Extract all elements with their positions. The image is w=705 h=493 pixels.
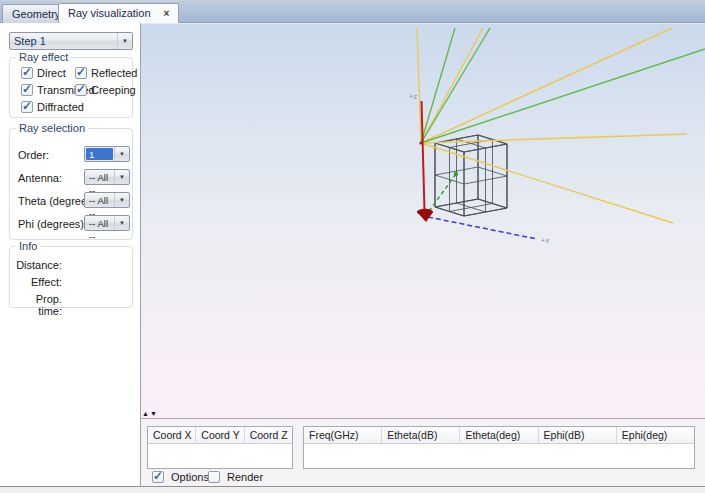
column-header-freq[interactable]: Freq(GHz): [304, 427, 382, 443]
chevron-down-icon: ▼: [114, 147, 129, 161]
distance-label: Distance:: [12, 259, 62, 271]
checkbox-icon: ✓: [21, 67, 33, 79]
options-label: Options: [171, 471, 209, 483]
checkbox-icon: ✓: [21, 101, 33, 113]
field-values-table-body[interactable]: [304, 444, 694, 468]
tab-geometry-label: Geometry: [12, 8, 60, 20]
tab-bar: Geometry Ray visualization ×: [0, 1, 705, 23]
render-checkbox[interactable]: Render: [208, 471, 263, 485]
order-label: Order:: [18, 149, 49, 161]
ray-effect-group: Ray effect ✓Direct ✓Reflected ✓Transmitt…: [9, 57, 133, 118]
checkbox-icon: ✓: [152, 471, 164, 483]
options-checkbox[interactable]: ✓ Options: [152, 471, 209, 485]
splitter-collapse-arrows[interactable]: ▲▼: [142, 410, 158, 417]
results-panel: Coord X Coord Y Coord Z Freq(GHz) Etheta…: [141, 418, 705, 487]
z-axis-label: +z: [409, 92, 417, 101]
chevron-down-icon: ▼: [114, 170, 129, 184]
field-values-table-header: Freq(GHz) Etheta(dB) Etheta(deg) Ephi(dB…: [304, 427, 694, 444]
column-header-coord-x[interactable]: Coord X: [148, 427, 196, 443]
chevron-down-icon: ▼: [117, 33, 132, 49]
tab-close-icon[interactable]: ×: [164, 9, 170, 19]
antenna-dropdown[interactable]: -- All -- ▼: [84, 169, 130, 185]
coordinates-table: Coord X Coord Y Coord Z: [147, 426, 293, 469]
antenna-label: Antenna:: [18, 172, 62, 184]
column-header-etheta-deg[interactable]: Etheta(deg): [460, 427, 538, 443]
theta-dropdown[interactable]: -- All -- ▼: [84, 192, 130, 208]
info-group: Info Distance: Effect: Prop. time:: [9, 246, 133, 308]
checkbox-icon: [208, 471, 220, 483]
control-panel: Step 1 ▼ Ray effect ✓Direct ✓Reflected ✓…: [0, 23, 141, 487]
column-header-etheta-db[interactable]: Etheta(dB): [382, 427, 460, 443]
checkbox-icon: ✓: [21, 84, 33, 96]
checkbox-direct[interactable]: ✓Direct: [21, 67, 66, 81]
tab-ray-visualization[interactable]: Ray visualization ×: [58, 3, 179, 23]
order-dropdown-value: 1: [86, 148, 113, 160]
step-dropdown[interactable]: Step 1 ▼: [9, 32, 133, 50]
ray-visualization-window: Geometry Ray visualization × Step 1 ▼ Ra…: [0, 0, 705, 493]
checkbox-icon: ✓: [75, 67, 87, 79]
3d-scene[interactable]: +z+x: [141, 24, 705, 419]
ray-selection-group: Ray selection Order: 1 ▼ Antenna: -- All…: [9, 128, 133, 240]
phi-dropdown-value: -- All --: [89, 217, 112, 243]
render-label: Render: [227, 471, 263, 483]
column-header-ephi-db[interactable]: Ephi(dB): [539, 427, 617, 443]
effect-label: Effect:: [12, 276, 62, 288]
phi-dropdown[interactable]: -- All -- ▼: [84, 215, 130, 231]
prop-time-label: Prop. time:: [12, 293, 62, 317]
step-dropdown-value: Step 1: [14, 34, 115, 49]
tab-ray-visualization-label: Ray visualization: [68, 7, 151, 19]
checkbox-icon: ✓: [75, 84, 87, 96]
column-header-ephi-deg[interactable]: Ephi(deg): [617, 427, 694, 443]
order-dropdown[interactable]: 1 ▼: [84, 146, 130, 162]
checkbox-reflected[interactable]: ✓Reflected: [75, 67, 137, 81]
splitter-down-icon[interactable]: ▼: [150, 410, 158, 417]
info-title: Info: [16, 240, 40, 252]
column-header-coord-z[interactable]: Coord Z: [245, 427, 292, 443]
field-values-table: Freq(GHz) Etheta(dB) Etheta(deg) Ephi(dB…: [303, 426, 695, 469]
phi-label: Phi (degrees):: [18, 218, 87, 230]
chevron-down-icon: ▼: [114, 216, 129, 230]
checkbox-diffracted[interactable]: ✓Diffracted: [21, 101, 84, 115]
ray-effect-title: Ray effect: [16, 51, 71, 63]
x-axis-label: +x: [541, 236, 549, 245]
ray-selection-title: Ray selection: [16, 122, 88, 134]
coordinates-table-header: Coord X Coord Y Coord Z: [148, 427, 292, 444]
chevron-down-icon: ▼: [114, 193, 129, 207]
3d-viewport[interactable]: +z+x ▲▼: [141, 23, 705, 418]
checkbox-creeping[interactable]: ✓Creeping: [75, 84, 136, 98]
column-header-coord-y[interactable]: Coord Y: [196, 427, 244, 443]
splitter-up-icon[interactable]: ▲: [142, 410, 150, 417]
coordinates-table-body[interactable]: [148, 444, 292, 468]
